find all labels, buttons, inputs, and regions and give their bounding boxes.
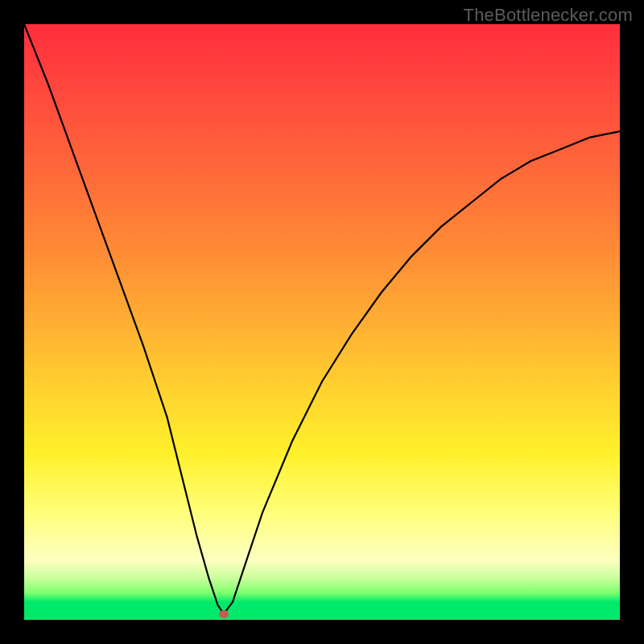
plot-area <box>24 24 620 620</box>
watermark-text: TheBottlenecker.com <box>464 5 633 26</box>
bottleneck-curve <box>24 24 620 620</box>
chart-frame <box>24 24 620 620</box>
optimal-point-marker <box>219 610 229 618</box>
